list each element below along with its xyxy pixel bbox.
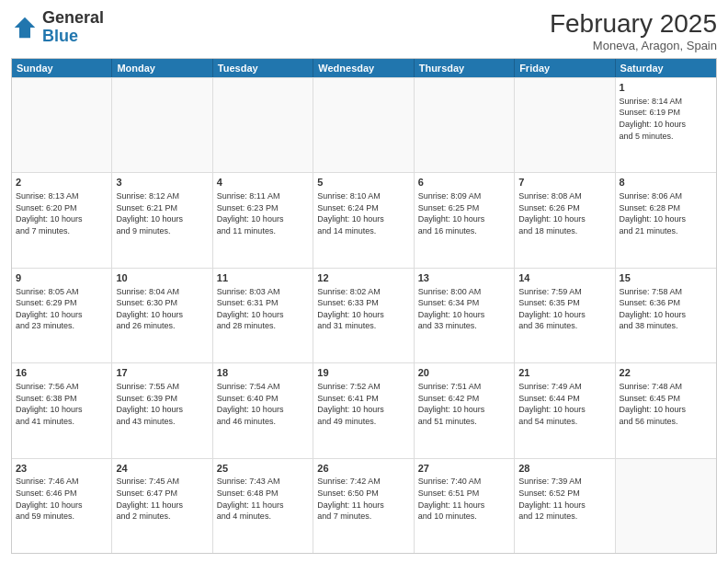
day-cell-26: 26Sunrise: 7:42 AM Sunset: 6:50 PM Dayli… xyxy=(313,459,414,553)
day-info: Sunrise: 7:52 AM Sunset: 6:41 PM Dayligh… xyxy=(317,381,409,427)
calendar-row-0: 1Sunrise: 8:14 AM Sunset: 6:19 PM Daylig… xyxy=(12,77,716,172)
day-number: 28 xyxy=(518,462,610,476)
logo-icon xyxy=(11,14,39,41)
day-cell-14: 14Sunrise: 7:59 AM Sunset: 6:35 PM Dayli… xyxy=(515,269,615,362)
day-number: 6 xyxy=(418,176,510,190)
day-number: 11 xyxy=(217,271,309,285)
day-cell-8: 8Sunrise: 8:06 AM Sunset: 6:28 PM Daylig… xyxy=(616,173,716,267)
calendar-header: SundayMondayTuesdayWednesdayThursdayFrid… xyxy=(12,59,716,77)
day-info: Sunrise: 8:00 AM Sunset: 6:34 PM Dayligh… xyxy=(418,286,510,332)
day-cell-1: 1Sunrise: 8:14 AM Sunset: 6:19 PM Daylig… xyxy=(616,78,716,172)
day-number: 25 xyxy=(217,462,309,476)
day-info: Sunrise: 8:13 AM Sunset: 6:20 PM Dayligh… xyxy=(16,190,108,236)
day-cell-9: 9Sunrise: 8:05 AM Sunset: 6:29 PM Daylig… xyxy=(12,269,112,362)
weekday-header-monday: Monday xyxy=(112,59,212,77)
day-info: Sunrise: 7:40 AM Sunset: 6:51 PM Dayligh… xyxy=(418,476,510,522)
weekday-header-friday: Friday xyxy=(515,59,615,77)
day-info: Sunrise: 7:45 AM Sunset: 6:47 PM Dayligh… xyxy=(116,476,208,522)
day-info: Sunrise: 8:04 AM Sunset: 6:30 PM Dayligh… xyxy=(116,286,208,332)
day-number: 8 xyxy=(620,176,712,190)
day-number: 13 xyxy=(418,271,510,285)
day-info: Sunrise: 7:56 AM Sunset: 6:38 PM Dayligh… xyxy=(16,381,108,427)
day-number: 9 xyxy=(16,271,108,285)
day-cell-22: 22Sunrise: 7:48 AM Sunset: 6:45 PM Dayli… xyxy=(616,363,716,457)
logo-text: General Blue xyxy=(42,9,104,46)
day-info: Sunrise: 7:46 AM Sunset: 6:46 PM Dayligh… xyxy=(16,476,108,522)
day-cell-15: 15Sunrise: 7:58 AM Sunset: 6:36 PM Dayli… xyxy=(616,269,716,362)
day-info: Sunrise: 7:51 AM Sunset: 6:42 PM Dayligh… xyxy=(418,381,510,427)
day-number: 16 xyxy=(16,366,108,380)
day-number: 21 xyxy=(518,366,610,380)
calendar-row-3: 16Sunrise: 7:56 AM Sunset: 6:38 PM Dayli… xyxy=(12,362,716,457)
svg-marker-0 xyxy=(15,17,36,39)
day-number: 2 xyxy=(16,176,108,190)
day-info: Sunrise: 8:03 AM Sunset: 6:31 PM Dayligh… xyxy=(217,286,309,332)
day-number: 23 xyxy=(16,462,108,476)
day-cell-23: 23Sunrise: 7:46 AM Sunset: 6:46 PM Dayli… xyxy=(12,459,112,553)
day-number: 17 xyxy=(116,366,208,380)
day-number: 4 xyxy=(217,176,309,190)
day-cell-7: 7Sunrise: 8:08 AM Sunset: 6:26 PM Daylig… xyxy=(515,173,615,267)
day-number: 18 xyxy=(217,366,309,380)
logo: General Blue xyxy=(11,9,104,46)
day-cell-11: 11Sunrise: 8:03 AM Sunset: 6:31 PM Dayli… xyxy=(213,269,313,362)
day-cell-5: 5Sunrise: 8:10 AM Sunset: 6:24 PM Daylig… xyxy=(313,173,414,267)
subtitle: Moneva, Aragon, Spain xyxy=(550,39,717,52)
logo-general-text: General xyxy=(42,8,104,27)
day-number: 7 xyxy=(518,176,610,190)
header: General Blue February 2025 Moneva, Arago… xyxy=(11,9,717,52)
day-number: 10 xyxy=(116,271,208,285)
day-info: Sunrise: 7:58 AM Sunset: 6:36 PM Dayligh… xyxy=(620,286,712,332)
day-cell-3: 3Sunrise: 8:12 AM Sunset: 6:21 PM Daylig… xyxy=(112,173,212,267)
day-info: Sunrise: 8:05 AM Sunset: 6:29 PM Dayligh… xyxy=(16,286,108,332)
day-number: 24 xyxy=(116,462,208,476)
logo-blue-text: Blue xyxy=(42,27,78,45)
calendar: SundayMondayTuesdayWednesdayThursdayFrid… xyxy=(11,58,717,554)
day-info: Sunrise: 8:08 AM Sunset: 6:26 PM Dayligh… xyxy=(518,190,610,236)
day-number: 22 xyxy=(620,366,712,380)
empty-cell xyxy=(515,78,615,172)
weekday-header-tuesday: Tuesday xyxy=(213,59,313,77)
calendar-body: 1Sunrise: 8:14 AM Sunset: 6:19 PM Daylig… xyxy=(12,77,716,553)
calendar-row-1: 2Sunrise: 8:13 AM Sunset: 6:20 PM Daylig… xyxy=(12,172,716,267)
day-info: Sunrise: 7:59 AM Sunset: 6:35 PM Dayligh… xyxy=(518,286,610,332)
day-cell-21: 21Sunrise: 7:49 AM Sunset: 6:44 PM Dayli… xyxy=(515,363,615,457)
day-cell-19: 19Sunrise: 7:52 AM Sunset: 6:41 PM Dayli… xyxy=(313,363,414,457)
page: General Blue February 2025 Moneva, Arago… xyxy=(0,0,728,563)
day-info: Sunrise: 8:09 AM Sunset: 6:25 PM Dayligh… xyxy=(418,190,510,236)
day-number: 27 xyxy=(418,462,510,476)
empty-cell xyxy=(616,459,716,553)
day-number: 19 xyxy=(317,366,409,380)
day-info: Sunrise: 7:43 AM Sunset: 6:48 PM Dayligh… xyxy=(217,476,309,522)
empty-cell xyxy=(112,78,212,172)
day-cell-2: 2Sunrise: 8:13 AM Sunset: 6:20 PM Daylig… xyxy=(12,173,112,267)
day-info: Sunrise: 8:06 AM Sunset: 6:28 PM Dayligh… xyxy=(620,190,712,236)
day-number: 26 xyxy=(317,462,409,476)
empty-cell xyxy=(415,78,515,172)
day-info: Sunrise: 8:12 AM Sunset: 6:21 PM Dayligh… xyxy=(116,190,208,236)
empty-cell xyxy=(313,78,414,172)
day-info: Sunrise: 8:14 AM Sunset: 6:19 PM Dayligh… xyxy=(620,96,712,142)
day-cell-10: 10Sunrise: 8:04 AM Sunset: 6:30 PM Dayli… xyxy=(112,269,212,362)
day-number: 14 xyxy=(518,271,610,285)
weekday-header-saturday: Saturday xyxy=(616,59,716,77)
day-number: 20 xyxy=(418,366,510,380)
day-info: Sunrise: 8:10 AM Sunset: 6:24 PM Dayligh… xyxy=(317,190,409,236)
day-info: Sunrise: 7:39 AM Sunset: 6:52 PM Dayligh… xyxy=(518,476,610,522)
day-cell-24: 24Sunrise: 7:45 AM Sunset: 6:47 PM Dayli… xyxy=(112,459,212,553)
day-info: Sunrise: 7:54 AM Sunset: 6:40 PM Dayligh… xyxy=(217,381,309,427)
day-cell-4: 4Sunrise: 8:11 AM Sunset: 6:23 PM Daylig… xyxy=(213,173,313,267)
title-block: February 2025 Moneva, Aragon, Spain xyxy=(550,9,717,52)
empty-cell xyxy=(12,78,112,172)
month-title: February 2025 xyxy=(550,9,717,39)
day-info: Sunrise: 7:48 AM Sunset: 6:45 PM Dayligh… xyxy=(620,381,712,427)
weekday-header-wednesday: Wednesday xyxy=(313,59,414,77)
weekday-header-sunday: Sunday xyxy=(12,59,112,77)
day-number: 3 xyxy=(116,176,208,190)
calendar-row-2: 9Sunrise: 8:05 AM Sunset: 6:29 PM Daylig… xyxy=(12,268,716,362)
day-cell-6: 6Sunrise: 8:09 AM Sunset: 6:25 PM Daylig… xyxy=(415,173,515,267)
day-info: Sunrise: 7:55 AM Sunset: 6:39 PM Dayligh… xyxy=(116,381,208,427)
day-info: Sunrise: 8:11 AM Sunset: 6:23 PM Dayligh… xyxy=(217,190,309,236)
day-number: 5 xyxy=(317,176,409,190)
day-cell-17: 17Sunrise: 7:55 AM Sunset: 6:39 PM Dayli… xyxy=(112,363,212,457)
